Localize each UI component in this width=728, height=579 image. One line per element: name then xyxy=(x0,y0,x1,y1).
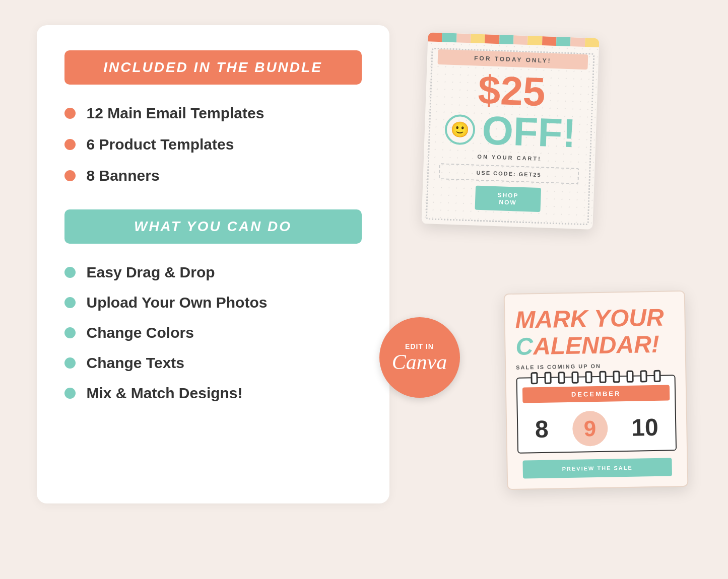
list-item: Change Texts xyxy=(64,354,362,372)
left-panel: INCLUDED IN THE BUNDLE 12 Main Email Tem… xyxy=(37,25,389,503)
ring-9 xyxy=(640,370,647,382)
ring-7 xyxy=(613,371,620,383)
canva-label: Canva xyxy=(392,351,447,373)
card-calendar: MARK YOUR CALENDAR! SALE IS COMING UP ON xyxy=(503,291,688,490)
list-item: 12 Main Email Templates xyxy=(64,105,362,122)
use-code-box: USE CODE: GET25 xyxy=(438,163,579,184)
what-item-1: Easy Drag & Drop xyxy=(87,264,215,281)
bundle-item-1: 12 Main Email Templates xyxy=(87,105,264,122)
cal-day-9-highlight: 9 xyxy=(572,411,608,447)
calendar-widget: DECEMBER 8 9 10 xyxy=(516,375,677,453)
discount-amount: $25 🙂 OFF! xyxy=(429,68,592,155)
stripe-6 xyxy=(499,35,513,44)
what-list: Easy Drag & Drop Upload Your Own Photos … xyxy=(64,264,362,402)
stripe-9 xyxy=(542,36,556,46)
stripe-bar xyxy=(428,32,599,47)
stripe-3 xyxy=(456,33,471,43)
list-item: Change Colors xyxy=(64,324,362,341)
ring-4 xyxy=(571,372,578,384)
canva-badge: EDIT IN Canva xyxy=(379,317,460,398)
mark-your-heading: MARK YOUR CALENDAR! xyxy=(515,305,675,360)
ring-5 xyxy=(585,371,592,383)
stripe-2 xyxy=(442,33,456,42)
stripe-7 xyxy=(513,35,527,45)
ring-6 xyxy=(599,371,606,383)
bullet-dot-teal xyxy=(64,297,76,308)
bullet-dot-teal xyxy=(64,327,76,338)
stripe-12 xyxy=(584,38,599,47)
for-today-text: FOR TODAY ONLY! xyxy=(437,49,588,69)
bundle-item-3: 8 Banners xyxy=(87,167,160,184)
card-discount-content: FOR TODAY ONLY! $25 🙂 OFF! ON YOUR CART!… xyxy=(421,32,599,226)
calendar-rest: ALENDAR! xyxy=(533,331,659,359)
shop-now-button[interactable]: SHOP NOW xyxy=(475,186,541,212)
dollar-amount: $25 xyxy=(477,70,546,113)
cal-day-8: 8 xyxy=(535,415,549,443)
right-panel: EDIT IN Canva xyxy=(410,25,692,503)
list-item: Upload Your Own Photos xyxy=(64,294,362,311)
ring-2 xyxy=(544,372,551,384)
bundle-header-text: INCLUDED IN THE BUNDLE xyxy=(103,59,322,75)
stripe-5 xyxy=(485,34,499,44)
discount-inner: FOR TODAY ONLY! $25 🙂 OFF! ON YOUR CART!… xyxy=(425,47,594,225)
bundle-header: INCLUDED IN THE BUNDLE xyxy=(64,50,362,85)
what-item-4: Change Texts xyxy=(87,354,185,372)
bullet-dot-orange xyxy=(64,170,76,181)
off-label: OFF! xyxy=(481,110,576,154)
calendar-c: C xyxy=(515,333,533,360)
bundle-list: 12 Main Email Templates 6 Product Templa… xyxy=(64,105,362,184)
off-text: 🙂 OFF! xyxy=(437,109,583,154)
cal-day-10: 10 xyxy=(631,413,658,442)
what-item-5: Mix & Match Designs! xyxy=(87,385,243,402)
what-item-3: Change Colors xyxy=(87,324,194,341)
calendar-month: DECEMBER xyxy=(522,385,669,403)
list-item: 8 Banners xyxy=(64,167,362,184)
calendar-subtitle: SALE IS COMING UP ON xyxy=(516,361,675,371)
ring-10 xyxy=(653,370,660,382)
bullet-dot-teal xyxy=(64,357,76,369)
main-container: INCLUDED IN THE BUNDLE 12 Main Email Tem… xyxy=(37,25,692,554)
stripe-8 xyxy=(527,36,542,45)
stripe-11 xyxy=(570,37,585,47)
list-item: Easy Drag & Drop xyxy=(64,264,362,281)
bullet-dot-orange xyxy=(64,108,76,119)
what-item-2: Upload Your Own Photos xyxy=(87,294,268,311)
what-header-text: WHAT YOU CAN DO xyxy=(134,219,292,234)
bundle-item-2: 6 Product Templates xyxy=(87,136,234,153)
bullet-dot-teal xyxy=(64,388,76,399)
list-item: 6 Product Templates xyxy=(64,136,362,153)
bullet-dot-teal xyxy=(64,267,76,278)
what-header: WHAT YOU CAN DO xyxy=(64,209,362,244)
bullet-dot-orange xyxy=(64,139,76,150)
stripe-1 xyxy=(428,32,442,42)
stripe-4 xyxy=(471,34,485,43)
card-discount: FOR TODAY ONLY! $25 🙂 OFF! ON YOUR CART!… xyxy=(421,32,599,230)
ring-3 xyxy=(558,372,565,384)
preview-sale-button[interactable]: PREVIEW THE SALE xyxy=(522,458,672,478)
calendar-days: 8 9 10 xyxy=(517,403,675,447)
smiley-icon: 🙂 xyxy=(444,114,475,145)
ring-1 xyxy=(530,372,537,384)
edit-in-label: EDIT IN xyxy=(405,342,434,350)
ring-8 xyxy=(626,371,633,383)
mark-your-line1: MARK YOUR xyxy=(515,304,664,333)
calendar-rings xyxy=(517,370,674,384)
stripe-10 xyxy=(556,37,570,46)
list-item: Mix & Match Designs! xyxy=(64,385,362,402)
